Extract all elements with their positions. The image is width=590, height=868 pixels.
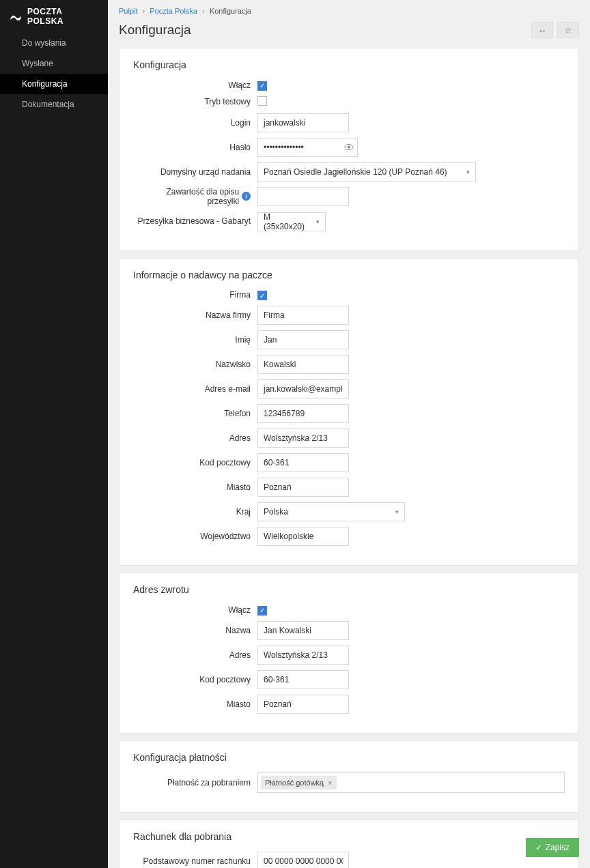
brand-logo-icon: [10, 12, 22, 21]
svg-point-5: [348, 145, 350, 148]
fullscreen-icon: ↔: [538, 25, 547, 35]
section-title: Konfiguracja płatności: [133, 752, 565, 763]
nav-item-configuration[interactable]: Konfiguracja: [0, 74, 108, 94]
breadcrumb-dashboard[interactable]: Pulpit: [119, 7, 138, 15]
header-actions: ↔ ☆: [531, 22, 579, 38]
main-content: Pulpit › Poczta Polska › Konfiguracja Ko…: [108, 0, 590, 868]
test-mode-checkbox[interactable]: [257, 96, 267, 106]
chevron-down-icon: ▾: [395, 508, 399, 515]
company-checkbox[interactable]: ✓: [257, 291, 267, 300]
panel-configuration: Konfiguracja Włącz ✓ Tryb testowy Login …: [119, 48, 579, 251]
company-name-input[interactable]: [257, 306, 349, 325]
sidebar: POCZTA POLSKA Do wysłania Wysłane Konfig…: [0, 0, 108, 868]
return-city-label: Miasto: [133, 699, 257, 709]
return-enable-checkbox[interactable]: ✓: [257, 606, 267, 616]
first-name-label: Imię: [133, 335, 257, 345]
password-input[interactable]: [257, 138, 358, 157]
breadcrumb: Pulpit › Poczta Polska › Konfiguracja: [108, 0, 590, 18]
zip-input[interactable]: [257, 453, 349, 472]
phone-input[interactable]: [257, 404, 349, 423]
return-address-input[interactable]: [257, 646, 349, 665]
eye-icon[interactable]: [344, 142, 354, 152]
brand: POCZTA POLSKA: [0, 0, 108, 33]
biz-size-label: Przesyłka biznesowa - Gabaryt: [133, 216, 257, 226]
section-title: Rachunek dla pobrania: [133, 831, 565, 842]
nav: Do wysłania Wysłane Konfiguracja Dokumen…: [0, 33, 108, 868]
enable-label: Włącz: [133, 81, 257, 90]
content-desc-input[interactable]: [257, 187, 349, 206]
primary-account-label: Podstawowy numer rachunku: [133, 856, 257, 866]
country-select[interactable]: Polska▾: [257, 502, 405, 521]
city-label: Miasto: [133, 482, 257, 492]
nav-item-sent[interactable]: Wysłane: [0, 53, 108, 74]
panel-return-address: Adres zwrotu Włącz ✓ Nazwa Adres Kod poc…: [119, 573, 579, 734]
fullscreen-button[interactable]: ↔: [531, 22, 553, 38]
company-name-label: Nazwa firmy: [133, 310, 257, 320]
breadcrumb-module[interactable]: Poczta Polska: [150, 7, 197, 15]
phone-label: Telefon: [133, 409, 257, 418]
favorite-button[interactable]: ☆: [557, 22, 579, 38]
check-icon: ✓: [535, 843, 542, 852]
last-name-input[interactable]: [257, 355, 349, 374]
save-button[interactable]: ✓ Zapisz: [526, 838, 579, 857]
voivodeship-input[interactable]: [257, 527, 349, 546]
panel-cod-account: Rachunek dla pobrania Podstawowy numer r…: [119, 820, 579, 869]
cod-label: Płatność za pobraniem: [133, 778, 257, 787]
voivodeship-label: Województwo: [133, 532, 257, 541]
last-name-label: Nazwisko: [133, 360, 257, 369]
section-title: Informacje o nadawcy na paczce: [133, 270, 565, 280]
remove-tag-icon[interactable]: ×: [328, 779, 332, 787]
country-label: Kraj: [133, 507, 257, 517]
panel-payment-config: Konfiguracja płatności Płatność za pobra…: [119, 740, 579, 813]
chevron-down-icon: ▾: [316, 218, 320, 225]
return-zip-input[interactable]: [257, 670, 349, 689]
page-title: Konfiguracja: [119, 23, 191, 38]
return-city-input[interactable]: [257, 695, 349, 714]
return-name-label: Nazwa: [133, 626, 257, 635]
cod-tag-input[interactable]: Płatność gotówką ×: [257, 772, 565, 793]
section-title: Adres zwrotu: [133, 584, 565, 595]
chevron-down-icon: ▾: [466, 169, 470, 175]
city-input[interactable]: [257, 478, 349, 497]
default-office-select[interactable]: Poznań Osiedle Jagiellońskie 120 (UP Poz…: [257, 162, 476, 182]
content-desc-label: Zawartość dla opisu przesyłki i: [133, 187, 257, 206]
info-icon[interactable]: i: [242, 192, 251, 201]
email-label: Adres e-mail: [133, 384, 257, 394]
password-label: Hasło: [133, 143, 257, 152]
email-input[interactable]: [257, 379, 349, 399]
star-icon: ☆: [564, 25, 572, 35]
biz-size-select[interactable]: M (35x30x20)▾: [257, 212, 326, 231]
default-office-label: Domyślny urząd nadania: [133, 167, 257, 177]
company-cb-label: Firma: [133, 290, 257, 300]
nav-item-documentation[interactable]: Dokumentacja: [0, 94, 108, 115]
zip-label: Kod pocztowy: [133, 458, 257, 467]
enable-checkbox[interactable]: ✓: [257, 81, 267, 91]
address-label: Adres: [133, 433, 257, 443]
login-label: Login: [133, 118, 257, 128]
test-mode-label: Tryb testowy: [133, 97, 257, 106]
address-input[interactable]: [257, 429, 349, 448]
panel-sender-info: Informacje o nadawcy na paczce Firma ✓ N…: [119, 258, 579, 566]
return-enable-label: Włącz: [133, 605, 257, 615]
brand-name: POCZTA POLSKA: [27, 7, 98, 26]
login-input[interactable]: [257, 113, 349, 132]
section-title: Konfiguracja: [133, 59, 565, 70]
return-address-label: Adres: [133, 650, 257, 660]
return-name-input[interactable]: [257, 621, 349, 640]
cod-tag: Płatność gotówką ×: [261, 776, 337, 790]
nav-item-to-send[interactable]: Do wysłania: [0, 33, 108, 53]
primary-account-input[interactable]: [257, 852, 349, 869]
return-zip-label: Kod pocztowy: [133, 675, 257, 684]
breadcrumb-current: Konfiguracja: [210, 7, 251, 15]
first-name-input[interactable]: [257, 330, 349, 349]
